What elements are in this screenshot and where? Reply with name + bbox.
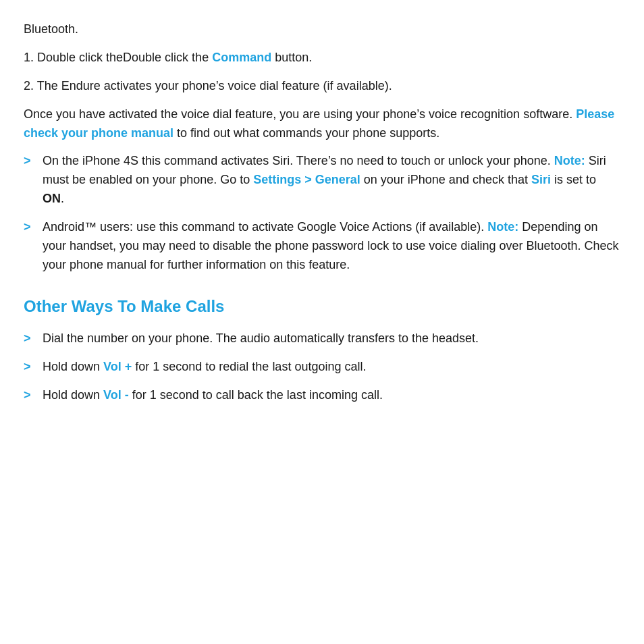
voice-dial-text1: Once you have activated the voice dial f… bbox=[24, 107, 576, 121]
bullet-iphone-after: on your iPhone and check that bbox=[360, 173, 531, 186]
bullet-arrow-2: > bbox=[24, 218, 43, 237]
siri-link: Siri bbox=[531, 173, 551, 186]
command-link: Command bbox=[212, 51, 271, 64]
section-arrow-2: > bbox=[24, 358, 43, 377]
bullet-android-content: Android™ users: use this command to acti… bbox=[43, 218, 620, 275]
on-text: ON bbox=[43, 192, 61, 205]
section-bullet-2-prefix: Hold down bbox=[43, 360, 103, 373]
intro-bluetooth: Bluetooth. bbox=[24, 20, 620, 39]
voice-dial-paragraph: Once you have activated the voice dial f… bbox=[24, 105, 620, 143]
bullet-iphone-content: On the iPhone 4S this command activates … bbox=[43, 152, 620, 209]
step-1-number: 1. Double click the bbox=[24, 49, 123, 68]
section-arrow-3: > bbox=[24, 386, 43, 405]
step-2-content: 2. The Endure activates your phone’s voi… bbox=[24, 77, 392, 96]
settings-general-link: Settings > General bbox=[253, 173, 360, 186]
section-bullet-3-prefix: Hold down bbox=[43, 388, 103, 402]
bullet-android-note-label: Note: bbox=[487, 220, 518, 234]
section-bullet-1: > Dial the number on your phone. The aud… bbox=[24, 329, 620, 348]
bullet-android-text: Android™ users: use this command to acti… bbox=[43, 220, 487, 234]
section-bullet-2-suffix: for 1 second to redial the last outgoing… bbox=[132, 360, 366, 373]
section-bullet-2-content: Hold down Vol + for 1 second to redial t… bbox=[43, 358, 620, 377]
bullet-android: > Android™ users: use this command to ac… bbox=[24, 218, 620, 275]
vol-minus: Vol - bbox=[103, 388, 129, 402]
vol-plus: Vol + bbox=[103, 360, 132, 373]
bullet-iphone-text: On the iPhone 4S this command activates … bbox=[43, 154, 554, 167]
section-bullet-2: > Hold down Vol + for 1 second to redial… bbox=[24, 358, 620, 377]
step-1: 1. Double click the Double click the Com… bbox=[24, 49, 620, 68]
section-arrow-1: > bbox=[24, 329, 43, 348]
section-bullet-3-content: Hold down Vol - for 1 second to call bac… bbox=[43, 386, 620, 405]
voice-dial-text2: to find out what commands your phone sup… bbox=[173, 126, 439, 140]
bullet-arrow-1: > bbox=[24, 152, 43, 171]
bullet-iphone-isset: is set to bbox=[551, 173, 596, 186]
section-bullet-3: > Hold down Vol - for 1 second to call b… bbox=[24, 386, 620, 405]
bullet-iphone-period: . bbox=[61, 192, 64, 205]
bullet-iphone: > On the iPhone 4S this command activate… bbox=[24, 152, 620, 209]
section-bullet-1-content: Dial the number on your phone. The audio… bbox=[43, 329, 620, 348]
step-2: 2. The Endure activates your phone’s voi… bbox=[24, 77, 620, 96]
section-bullet-3-suffix: for 1 second to call back the last incom… bbox=[129, 388, 383, 402]
bullet-iphone-note-label: Note: bbox=[554, 154, 585, 167]
step-1-content: Double click the Command button. bbox=[123, 49, 312, 68]
other-ways-heading: Other Ways To Make Calls bbox=[24, 294, 620, 319]
